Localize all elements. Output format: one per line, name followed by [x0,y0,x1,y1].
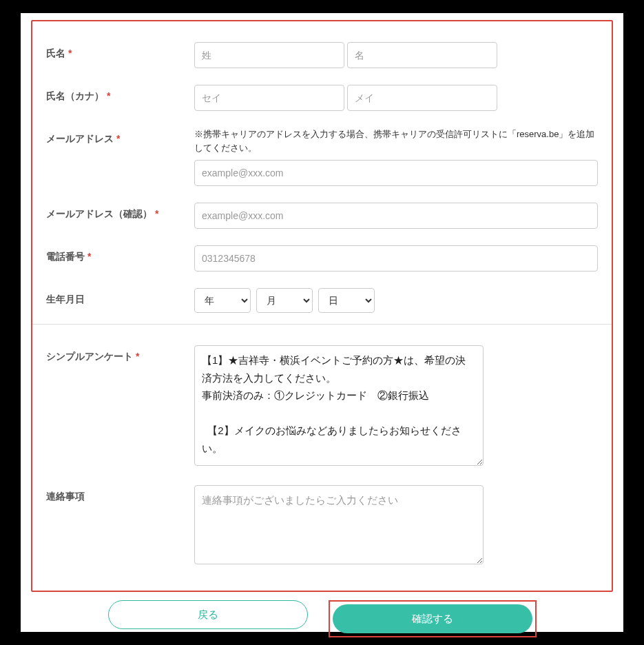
row-email-confirm: メールアドレス（確認）* [46,203,598,229]
label-contact: 連絡事項 [46,485,194,503]
lastname-input[interactable] [194,42,344,68]
survey-textarea[interactable]: 【1】★吉祥寺・横浜イベントご予約の方★は、希望の決済方法を入力してください。 … [194,345,484,466]
email-carrier-note: ※携帯キャリアのアドレスを入力する場合、携帯キャリアの受信許可リストに「rese… [194,127,598,154]
button-bar: 戻る 確認する [21,600,623,637]
row-email: メールアドレス* ※携帯キャリアのアドレスを入力する場合、携帯キャリアの受信許可… [46,127,598,186]
birth-month-select[interactable]: 月 [256,288,313,313]
firstname-kana-input[interactable] [347,85,497,111]
row-survey: シンプルアンケート* 【1】★吉祥寺・横浜イベントご予約の方★は、希望の決済方法… [46,345,598,469]
required-mark: * [155,208,158,219]
email-input[interactable] [194,160,598,186]
contact-textarea[interactable] [194,485,484,564]
firstname-input[interactable] [347,42,497,68]
required-mark: * [68,48,72,59]
label-email-confirm: メールアドレス（確認）* [46,203,194,221]
page: 氏名* 氏名（カナ）* メールアドレス* [21,13,623,632]
confirm-button[interactable]: 確認する [333,604,532,633]
row-phone: 電話番号* [46,245,598,272]
label-survey: シンプルアンケート* [46,345,194,363]
form-card: 氏名* 氏名（カナ）* メールアドレス* [31,20,613,592]
birth-year-select[interactable]: 年 [194,288,251,313]
section-divider [32,324,612,325]
label-kana: 氏名（カナ）* [46,85,194,103]
required-mark: * [136,351,139,362]
row-name: 氏名* [46,42,598,68]
label-name: 氏名* [46,42,194,60]
required-mark: * [116,133,120,144]
row-kana: 氏名（カナ）* [46,85,598,111]
required-mark: * [87,251,91,262]
confirm-highlight: 確認する [329,600,537,637]
email-confirm-input[interactable] [194,203,598,229]
required-mark: * [107,90,110,101]
row-birth: 生年月日 年 月 日 [46,288,598,313]
label-phone: 電話番号* [46,245,194,263]
birth-day-select[interactable]: 日 [318,288,375,313]
lastname-kana-input[interactable] [194,85,344,111]
label-birth: 生年月日 [46,288,194,306]
label-email: メールアドレス* [46,127,194,145]
row-contact: 連絡事項 [46,485,598,567]
phone-input[interactable] [194,245,598,272]
back-button[interactable]: 戻る [108,600,308,629]
